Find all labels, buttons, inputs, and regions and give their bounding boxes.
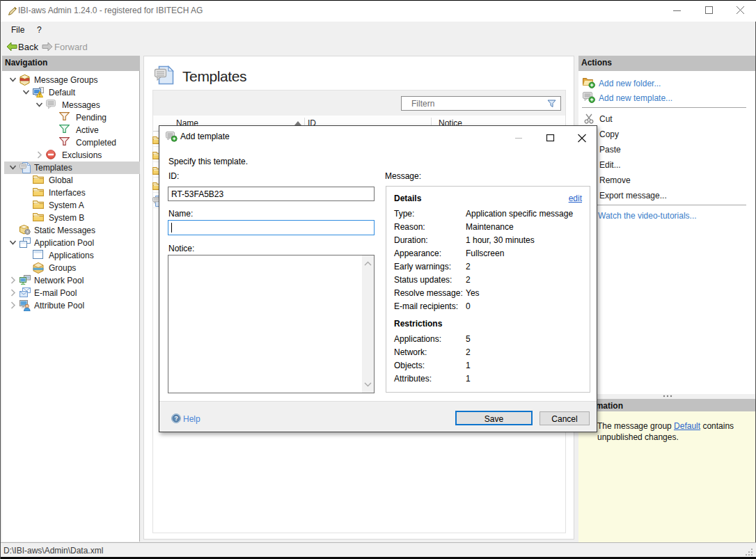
svg-text:?: ?	[174, 415, 178, 422]
